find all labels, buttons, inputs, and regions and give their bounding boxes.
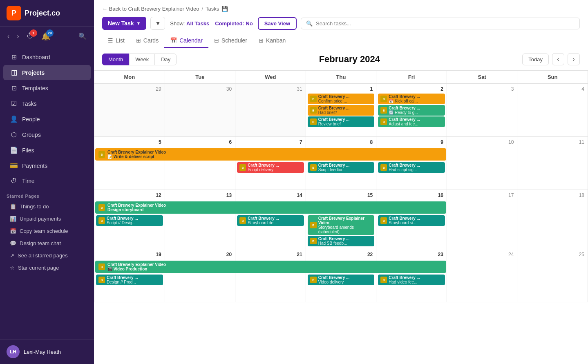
cal-cell-feb2[interactable]: 2 B Craft Brewery ... 📅 Kick off cal... … bbox=[376, 84, 447, 137]
show-filter[interactable]: Show: All Tasks bbox=[169, 18, 210, 29]
task-chip-design-prod[interactable]: B Craft Brewery ... Design // Prod... bbox=[96, 275, 163, 285]
cal-cell-feb17[interactable]: 17 bbox=[447, 190, 518, 249]
cal-cell-feb3[interactable]: 3 bbox=[447, 84, 518, 137]
span-task-design-storyboard[interactable]: B Craft Brewery Explainer Video Design s… bbox=[94, 201, 447, 214]
week-view-button[interactable]: Week bbox=[129, 54, 155, 65]
cal-cell-feb1[interactable]: 1 B Craft Brewery ... Confirm price ... … bbox=[306, 84, 377, 137]
people-icon: 👤 bbox=[10, 115, 18, 123]
task-chip-storyboard-amends[interactable]: B Craft Brewery Explainer Video Storyboa… bbox=[308, 215, 375, 235]
cal-cell-feb11[interactable]: 11 bbox=[517, 137, 588, 190]
sidebar-item-templates[interactable]: ⊡ Templates bbox=[3, 80, 91, 96]
cal-cell-feb9[interactable]: 9 B Craft Brewery ... Had script sig... bbox=[376, 137, 447, 190]
cal-cell-jan29[interactable]: 29 bbox=[94, 84, 165, 137]
search-icon: 🔍 bbox=[306, 20, 313, 27]
sidebar-item-dashboard[interactable]: ⊞ Dashboard bbox=[3, 49, 91, 65]
sidebar-item-people[interactable]: 👤 People bbox=[3, 112, 91, 127]
tab-kanban[interactable]: ⊞ Kanban bbox=[253, 34, 291, 48]
today-button[interactable]: Today bbox=[522, 54, 549, 65]
starred-design-team-chat[interactable]: 💬 Design team chat bbox=[3, 237, 91, 249]
sidebar-footer: LH Lexi-May Heath bbox=[0, 339, 94, 364]
task-chip[interactable]: B Craft Brewery ... Had brief? bbox=[308, 105, 375, 116]
brewery-logo-icon: B bbox=[380, 96, 387, 102]
sidebar-item-projects[interactable]: ◫ Projects bbox=[3, 65, 91, 80]
kanban-icon: ⊞ bbox=[259, 37, 264, 44]
starred-see-all[interactable]: ↗ See all starred pages bbox=[3, 250, 91, 261]
task-chip-script-delivery[interactable]: B Craft Brewery ... Script delivery bbox=[237, 162, 304, 173]
cal-cell-feb22[interactable]: 22 B Craft Brewery ... Video delivery bbox=[306, 249, 377, 302]
projects-icon: ◫ bbox=[10, 69, 18, 76]
cal-cell-feb15[interactable]: 15 B Craft Brewery Explainer Video Story… bbox=[306, 190, 377, 249]
cal-cell-feb21[interactable]: 21 bbox=[235, 249, 306, 302]
task-chip[interactable]: B Craft Brewery ... Adjust and fee... bbox=[378, 116, 445, 127]
notifications-badge-1[interactable]: ⏱ 1 bbox=[27, 32, 34, 40]
calendar-icon: 📅 bbox=[170, 37, 177, 44]
task-chip-video-feedback[interactable]: B Craft Brewery ... Had video fee... bbox=[378, 275, 445, 285]
day-header-mon: Mon bbox=[94, 71, 165, 84]
cal-cell-feb4[interactable]: 4 bbox=[517, 84, 588, 137]
cal-cell-feb25[interactable]: 25 bbox=[517, 249, 588, 302]
tab-calendar[interactable]: 📅 Calendar bbox=[164, 34, 208, 48]
tab-cards[interactable]: ⊞ Cards bbox=[130, 34, 164, 48]
task-chip[interactable]: B Craft Brewery ... 🔄 Ready to g... bbox=[378, 105, 445, 116]
cal-cell-feb10[interactable]: 10 bbox=[447, 137, 518, 190]
task-chip-sb-feedback[interactable]: B Craft Brewery ... Had SB feedb... bbox=[308, 236, 375, 246]
brewery-logo-icon: B bbox=[310, 164, 317, 171]
task-chip-storyboard-delivery[interactable]: B Craft Brewery ... Storyboard de... bbox=[237, 215, 304, 226]
cal-cell-feb23[interactable]: 23 B Craft Brewery ... Had video fee... bbox=[376, 249, 447, 302]
cal-cell-jan31[interactable]: 31 bbox=[235, 84, 306, 137]
nav-forward-button[interactable]: › bbox=[15, 31, 20, 42]
cal-cell-feb13[interactable]: 13 bbox=[165, 190, 236, 249]
cal-cell-feb5[interactable]: 5 bbox=[94, 137, 165, 190]
save-view-button[interactable]: Save View bbox=[258, 17, 297, 30]
starred-star-current[interactable]: ☆ Star current page bbox=[3, 262, 91, 274]
cal-cell-feb6[interactable]: 6 bbox=[165, 137, 236, 190]
day-view-button[interactable]: Day bbox=[155, 54, 177, 65]
breadcrumb-back-link[interactable]: ← Back to Craft Brewery Explainer Video bbox=[102, 6, 199, 12]
cal-cell-feb24[interactable]: 24 bbox=[447, 249, 518, 302]
prev-month-button[interactable]: ‹ bbox=[552, 53, 564, 65]
cal-cell-feb16[interactable]: 16 B Craft Brewery ... Storyboard si... bbox=[376, 190, 447, 249]
task-chip-storyboard-signed[interactable]: B Craft Brewery ... Storyboard si... bbox=[378, 215, 445, 226]
cal-cell-feb8[interactable]: 8 B Craft Brewery ... Script feedba... bbox=[306, 137, 377, 190]
cal-cell-feb18[interactable]: 18 bbox=[517, 190, 588, 249]
cal-cell-feb19[interactable]: 19 B Craft Brewery ... Design // Prod... bbox=[94, 249, 165, 302]
cal-cell-jan30[interactable]: 30 bbox=[165, 84, 236, 137]
tab-list[interactable]: ☰ List bbox=[102, 34, 130, 48]
task-chip[interactable]: B Craft Brewery ... 📅 Kick off cal... bbox=[378, 94, 445, 104]
sidebar-item-groups[interactable]: ⬡ Groups bbox=[3, 127, 91, 142]
sidebar-item-tasks[interactable]: ☑ Tasks bbox=[3, 96, 91, 111]
cal-cell-feb20[interactable]: 20 bbox=[165, 249, 236, 302]
task-chip-script-feedback[interactable]: B Craft Brewery ... Script feedba... bbox=[308, 162, 375, 173]
sidebar-item-time[interactable]: ⏱ Time bbox=[3, 174, 91, 188]
cal-cell-feb12[interactable]: 12 B Craft Brewery ... Script // Desig..… bbox=[94, 190, 165, 249]
notifications-badge-2[interactable]: 🔔 29 bbox=[41, 32, 50, 41]
copy-team-schedule-icon: 📅 bbox=[10, 228, 16, 234]
month-view-button[interactable]: Month bbox=[102, 54, 129, 65]
sidebar-item-files[interactable]: 📄 Files bbox=[3, 143, 91, 158]
starred-unpaid-payments[interactable]: 📊 Unpaid payments bbox=[3, 213, 91, 225]
cal-cell-feb7[interactable]: 7 B Craft Brewery ... Script delivery bbox=[235, 137, 306, 190]
brewery-logo-icon: B bbox=[380, 118, 387, 125]
task-chip[interactable]: B Craft Brewery ... Review brief bbox=[308, 116, 375, 127]
nav-back-button[interactable]: ‹ bbox=[6, 31, 11, 42]
search-button[interactable]: 🔍 bbox=[77, 31, 88, 42]
calendar-area: Month Week Day February 2024 Today ‹ › M… bbox=[94, 48, 588, 364]
cal-cell-feb14[interactable]: 14 B Craft Brewery ... Storyboard de... bbox=[235, 190, 306, 249]
task-chip-script-design[interactable]: B Craft Brewery ... Script // Desig... bbox=[96, 215, 163, 226]
task-chip[interactable]: B Craft Brewery ... Confirm price ... bbox=[308, 94, 375, 104]
starred-things-to-do[interactable]: 📋 Things to do bbox=[3, 201, 91, 212]
starred-copy-team-schedule[interactable]: 📅 Copy team schedule bbox=[3, 225, 91, 237]
completed-filter[interactable]: Completed: No bbox=[214, 18, 253, 29]
search-input[interactable] bbox=[316, 20, 575, 27]
span-task-video-production[interactable]: B Craft Brewery Explainer Video 🎬 Video … bbox=[94, 261, 447, 273]
day-header-tue: Tue bbox=[165, 71, 236, 84]
tab-scheduler[interactable]: ⊟ Scheduler bbox=[208, 34, 253, 48]
sidebar-item-payments[interactable]: 💳 Payments bbox=[3, 158, 91, 173]
next-month-button[interactable]: › bbox=[568, 53, 580, 65]
sidebar-menu: ⊞ Dashboard ◫ Projects ⊡ Templates ☑ Tas… bbox=[0, 46, 94, 339]
new-task-button[interactable]: New Task ▼ bbox=[102, 17, 146, 30]
task-chip-video-delivery[interactable]: B Craft Brewery ... Video delivery bbox=[308, 275, 375, 285]
task-chip-script-signed[interactable]: B Craft Brewery ... Had script sig... bbox=[378, 162, 445, 173]
filter-button[interactable]: ▼ bbox=[150, 17, 165, 30]
span-task-write-script[interactable]: B Craft Brewery Explainer Video 📝 Write … bbox=[94, 148, 447, 161]
